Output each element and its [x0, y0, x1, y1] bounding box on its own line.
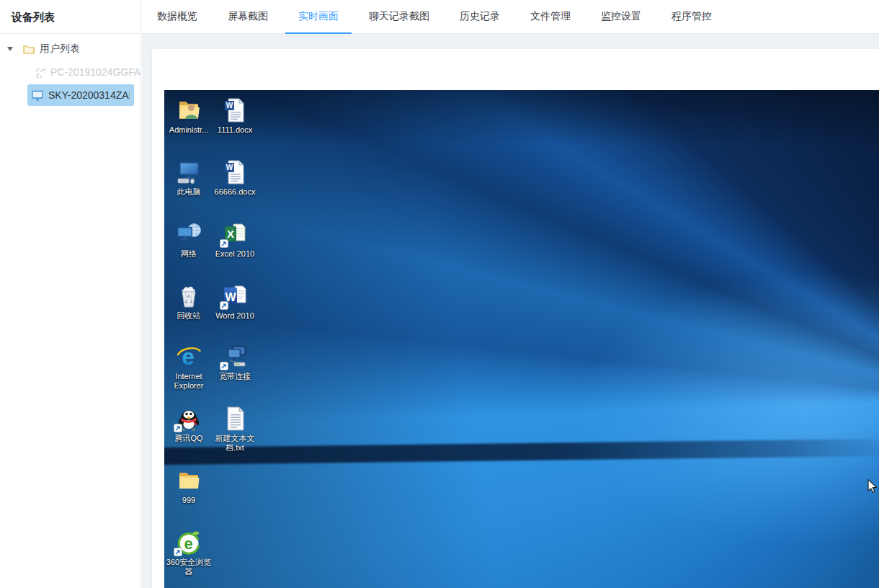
word-document-icon: W — [220, 97, 249, 123]
desktop-icon-label: 腾讯QQ — [174, 434, 202, 443]
shortcut-arrow-icon — [220, 362, 228, 370]
tree-node-device-offline[interactable]: PC-20191024GGFA — [0, 61, 140, 83]
desktop-icon-label: 1111.docx — [218, 125, 252, 135]
tab-live-view[interactable]: 实时画面 — [298, 0, 339, 33]
live-view-card: Administr... W — [152, 49, 879, 588]
sidebar-title: 设备列表 — [0, 0, 140, 34]
desktop-icon-label: Word 2010 — [215, 311, 254, 321]
tab-program-control[interactable]: 程序管控 — [671, 0, 712, 33]
desktop-icon-360-browser[interactable]: e 360安全浏览器 — [166, 530, 212, 576]
tab-bar: 数据概览 屏幕截图 实时画面 聊天记录截图 历史记录 文件管理 监控设置 程序管… — [142, 0, 879, 34]
user-folder-icon — [174, 97, 203, 123]
desktop-icon-label: 360安全浏览器 — [166, 558, 212, 576]
broken-link-icon — [35, 67, 45, 78]
desktop-icon-internet-explorer[interactable]: e Internet Explorer — [166, 344, 212, 391]
tab-screen-capture[interactable]: 屏幕截图 — [228, 0, 268, 33]
desktop-icon-label: Excel 2010 — [215, 249, 254, 259]
desktop-icon-broadband[interactable]: 宽带连接 — [212, 344, 258, 381]
network-icon — [174, 221, 203, 247]
app-root: 设备列表 用户列表 PC-20191024GGFA — [0, 0, 879, 588]
desktop-icon-label: Internet Explorer — [166, 372, 212, 391]
desktop-icon-1111-docx[interactable]: W 1111.docx — [212, 97, 258, 135]
shortcut-arrow-icon — [220, 301, 228, 310]
tab-chat-record[interactable]: 聊天记录截图 — [369, 0, 429, 33]
content-area: Administr... W — [142, 34, 879, 588]
desktop-icon-label: Administr... — [169, 125, 208, 135]
device-name: PC-20191024GGFA — [50, 66, 140, 78]
tab-monitor-settings[interactable]: 监控设置 — [601, 0, 641, 33]
tree-node-user-group[interactable]: 用户列表 — [0, 38, 140, 60]
desktop-icon-excel-2010[interactable]: X Excel 2010 — [212, 221, 258, 259]
text-document-icon — [220, 406, 249, 432]
word-document-icon: W — [220, 159, 249, 185]
this-pc-icon — [174, 159, 203, 185]
qq-penguin-icon — [174, 406, 203, 432]
desktop-icon-66666-docx[interactable]: W 66666.docx — [212, 159, 258, 197]
wallpaper-dark-band — [164, 439, 879, 466]
desktop-icon-label: 网络 — [181, 249, 197, 259]
desktop-icon-qq[interactable]: 腾讯QQ — [166, 406, 212, 443]
desktop-icon-this-pc[interactable]: 此电脑 — [166, 159, 212, 197]
folder-icon — [174, 468, 203, 494]
broadband-connection-icon — [220, 344, 249, 370]
mouse-cursor-icon — [867, 479, 878, 496]
tree-node-device-selected[interactable]: SKY-20200314ZAI — [27, 84, 134, 106]
device-list-sidebar: 设备列表 用户列表 PC-20191024GGFA — [0, 0, 141, 588]
recycle-bin-icon — [174, 283, 203, 309]
internet-explorer-icon: e — [174, 344, 203, 370]
word-icon: W — [220, 283, 249, 309]
device-name: SKY-20200314ZAI — [48, 89, 130, 101]
shortcut-arrow-icon — [174, 548, 182, 556]
caret-down-icon[interactable] — [7, 47, 13, 51]
desktop-icon-label: 宽带连接 — [219, 372, 251, 381]
svg-text:W: W — [226, 102, 233, 110]
svg-text:W: W — [226, 164, 233, 172]
desktop-icon-word-2010[interactable]: W Word 2010 — [212, 283, 258, 321]
desktop-icon-label: 此电脑 — [177, 187, 201, 197]
tab-data-overview[interactable]: 数据概览 — [157, 0, 197, 33]
shortcut-arrow-icon — [174, 424, 182, 432]
svg-text:e: e — [184, 535, 192, 553]
excel-icon: X — [220, 221, 249, 247]
desktop-icon-network[interactable]: 网络 — [166, 221, 212, 259]
desktop-icon-label: 回收站 — [177, 311, 201, 321]
folder-icon — [23, 44, 35, 54]
shortcut-arrow-icon — [220, 239, 228, 248]
tab-file-manager[interactable]: 文件管理 — [530, 0, 571, 33]
device-tree: 用户列表 PC-20191024GGFA — [0, 34, 140, 106]
desktop-icon-label: 999 — [182, 496, 195, 505]
desktop-icon-999-folder[interactable]: 999 — [166, 468, 212, 505]
desktop-icon-label: 66666.docx — [215, 187, 256, 197]
desktop-icon-recycle-bin[interactable]: 回收站 — [166, 283, 212, 321]
tree-node-label: 用户列表 — [40, 43, 80, 55]
monitor-icon — [32, 90, 43, 101]
svg-text:X: X — [227, 228, 234, 240]
desktop-icon-new-text-doc[interactable]: 新建文本文档.txt — [212, 406, 258, 453]
browser-360-icon: e — [174, 530, 203, 556]
tab-history[interactable]: 历史记录 — [460, 0, 500, 33]
desktop-icon-administrator[interactable]: Administr... — [166, 97, 212, 135]
remote-desktop-view[interactable]: Administr... W — [164, 90, 879, 588]
desktop-icon-label: 新建文本文档.txt — [212, 434, 258, 453]
